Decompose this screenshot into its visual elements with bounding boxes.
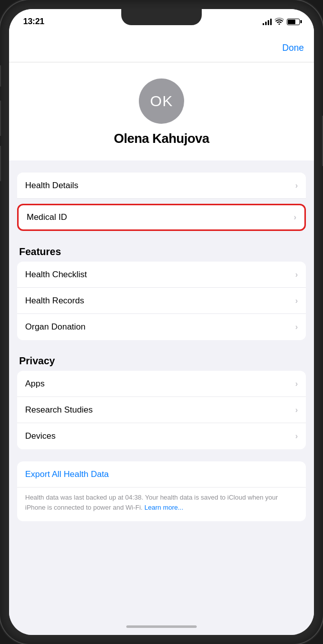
research-studies-label: Research Studies xyxy=(25,405,93,415)
health-records-chevron-icon: › xyxy=(295,296,298,305)
organ-donation-chevron-icon: › xyxy=(295,323,298,332)
bar3 xyxy=(268,20,269,25)
bottom-spacer xyxy=(9,521,314,531)
privacy-section: Privacy Apps › Research Studies › Device… xyxy=(9,352,314,449)
export-card: Export All Health Data Health data was l… xyxy=(17,461,306,521)
bar4 xyxy=(270,19,272,25)
features-list-card: Health Checklist › Health Records › Orga… xyxy=(17,262,306,340)
mute-switch[interactable] xyxy=(0,65,1,87)
health-details-item[interactable]: Health Details › xyxy=(17,173,306,199)
volume-down-button[interactable] xyxy=(0,146,1,181)
health-details-chevron-icon: › xyxy=(295,181,298,190)
organ-donation-item[interactable]: Organ Donation › xyxy=(17,314,306,340)
privacy-list-card: Apps › Research Studies › Devices › xyxy=(17,371,306,449)
medical-id-item[interactable]: Medical ID › xyxy=(17,204,306,231)
apps-item[interactable]: Apps › xyxy=(17,371,306,397)
profile-section: OK Olena Kahujova xyxy=(9,62,314,160)
home-bar[interactable] xyxy=(126,625,197,628)
medical-id-chevron-icon: › xyxy=(294,213,296,222)
apps-chevron-icon: › xyxy=(295,379,298,388)
health-details-label: Health Details xyxy=(25,181,78,191)
devices-item[interactable]: Devices › xyxy=(17,423,306,449)
export-label: Export All Health Data xyxy=(25,469,109,479)
signal-bars-icon xyxy=(263,18,272,25)
home-indicator xyxy=(9,618,314,635)
user-name: Olena Kahujova xyxy=(114,131,209,146)
organ-donation-label: Organ Donation xyxy=(25,322,86,332)
header-bar: Done xyxy=(9,34,314,62)
features-section: Features Health Checklist › Health Recor… xyxy=(9,243,314,340)
bar2 xyxy=(265,22,267,25)
export-item[interactable]: Export All Health Data xyxy=(17,461,306,488)
health-records-item[interactable]: Health Records › xyxy=(17,288,306,314)
apps-label: Apps xyxy=(25,379,45,389)
health-records-label: Health Records xyxy=(25,296,84,306)
phone-frame: 13:21 xyxy=(0,0,323,644)
health-checklist-label: Health Checklist xyxy=(25,270,87,280)
status-time: 13:21 xyxy=(23,17,44,27)
notch xyxy=(121,9,202,25)
research-studies-chevron-icon: › xyxy=(295,406,298,415)
scroll-content: OK Olena Kahujova Health Details › Medic… xyxy=(9,62,314,618)
battery-fill xyxy=(288,20,295,24)
top-list-card: Health Details › xyxy=(17,173,306,199)
medical-id-container: Medical ID › xyxy=(9,204,314,231)
backup-info: Health data was last backed up at 04:38.… xyxy=(17,488,306,521)
learn-more-link[interactable]: Learn more... xyxy=(144,504,183,511)
volume-up-button[interactable] xyxy=(0,101,1,136)
medical-id-label: Medical ID xyxy=(27,212,67,222)
devices-chevron-icon: › xyxy=(295,432,298,441)
phone-screen: 13:21 xyxy=(9,9,314,635)
research-studies-item[interactable]: Research Studies › xyxy=(17,397,306,423)
health-checklist-chevron-icon: › xyxy=(295,270,298,279)
done-button[interactable]: Done xyxy=(282,43,304,53)
battery-icon xyxy=(287,19,300,25)
avatar: OK xyxy=(139,78,184,124)
devices-label: Devices xyxy=(25,431,55,441)
status-icons xyxy=(263,18,300,26)
health-checklist-item[interactable]: Health Checklist › xyxy=(17,262,306,288)
wifi-icon xyxy=(275,18,284,26)
bar1 xyxy=(263,23,264,25)
features-section-title: Features xyxy=(9,243,314,262)
privacy-section-title: Privacy xyxy=(9,352,314,371)
